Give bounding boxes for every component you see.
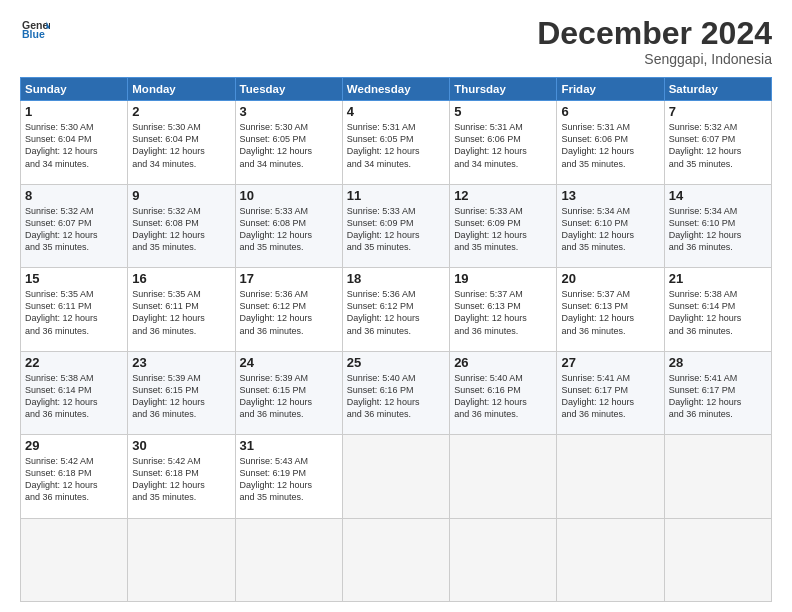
table-row [342,435,449,518]
table-row: 30Sunrise: 5:42 AM Sunset: 6:18 PM Dayli… [128,435,235,518]
cell-content: Sunrise: 5:32 AM Sunset: 6:07 PM Dayligh… [669,121,767,170]
cell-content: Sunrise: 5:39 AM Sunset: 6:15 PM Dayligh… [132,372,230,421]
table-row: 17Sunrise: 5:36 AM Sunset: 6:12 PM Dayli… [235,268,342,351]
day-number: 8 [25,188,123,203]
cell-content: Sunrise: 5:36 AM Sunset: 6:12 PM Dayligh… [240,288,338,337]
table-row: 19Sunrise: 5:37 AM Sunset: 6:13 PM Dayli… [450,268,557,351]
table-row: 2Sunrise: 5:30 AM Sunset: 6:04 PM Daylig… [128,101,235,184]
cell-content: Sunrise: 5:33 AM Sunset: 6:08 PM Dayligh… [240,205,338,254]
cell-content: Sunrise: 5:40 AM Sunset: 6:16 PM Dayligh… [454,372,552,421]
table-row: 21Sunrise: 5:38 AM Sunset: 6:14 PM Dayli… [664,268,771,351]
day-number: 6 [561,104,659,119]
col-wednesday: Wednesday [342,78,449,101]
cell-content: Sunrise: 5:39 AM Sunset: 6:15 PM Dayligh… [240,372,338,421]
table-row: 4Sunrise: 5:31 AM Sunset: 6:05 PM Daylig… [342,101,449,184]
day-number: 13 [561,188,659,203]
table-row: 22Sunrise: 5:38 AM Sunset: 6:14 PM Dayli… [21,351,128,434]
table-row: 20Sunrise: 5:37 AM Sunset: 6:13 PM Dayli… [557,268,664,351]
table-row: 8Sunrise: 5:32 AM Sunset: 6:07 PM Daylig… [21,184,128,267]
cell-content: Sunrise: 5:35 AM Sunset: 6:11 PM Dayligh… [25,288,123,337]
day-number: 9 [132,188,230,203]
col-friday: Friday [557,78,664,101]
location: Senggapi, Indonesia [537,51,772,67]
day-number: 10 [240,188,338,203]
day-number: 1 [25,104,123,119]
cell-content: Sunrise: 5:34 AM Sunset: 6:10 PM Dayligh… [669,205,767,254]
table-row [342,518,449,601]
cell-content: Sunrise: 5:31 AM Sunset: 6:05 PM Dayligh… [347,121,445,170]
calendar-week-row: 22Sunrise: 5:38 AM Sunset: 6:14 PM Dayli… [21,351,772,434]
cell-content: Sunrise: 5:40 AM Sunset: 6:16 PM Dayligh… [347,372,445,421]
calendar-week-row: 15Sunrise: 5:35 AM Sunset: 6:11 PM Dayli… [21,268,772,351]
day-number: 4 [347,104,445,119]
table-row: 13Sunrise: 5:34 AM Sunset: 6:10 PM Dayli… [557,184,664,267]
day-number: 17 [240,271,338,286]
calendar-week-row: 29Sunrise: 5:42 AM Sunset: 6:18 PM Dayli… [21,435,772,518]
cell-content: Sunrise: 5:33 AM Sunset: 6:09 PM Dayligh… [347,205,445,254]
table-row [557,518,664,601]
cell-content: Sunrise: 5:43 AM Sunset: 6:19 PM Dayligh… [240,455,338,504]
day-number: 24 [240,355,338,370]
cell-content: Sunrise: 5:41 AM Sunset: 6:17 PM Dayligh… [669,372,767,421]
table-row: 15Sunrise: 5:35 AM Sunset: 6:11 PM Dayli… [21,268,128,351]
calendar-week-row: 1Sunrise: 5:30 AM Sunset: 6:04 PM Daylig… [21,101,772,184]
table-row: 27Sunrise: 5:41 AM Sunset: 6:17 PM Dayli… [557,351,664,434]
table-row: 7Sunrise: 5:32 AM Sunset: 6:07 PM Daylig… [664,101,771,184]
day-number: 23 [132,355,230,370]
day-number: 16 [132,271,230,286]
month-title: December 2024 [537,16,772,51]
table-row: 24Sunrise: 5:39 AM Sunset: 6:15 PM Dayli… [235,351,342,434]
cell-content: Sunrise: 5:41 AM Sunset: 6:17 PM Dayligh… [561,372,659,421]
cell-content: Sunrise: 5:30 AM Sunset: 6:05 PM Dayligh… [240,121,338,170]
day-number: 27 [561,355,659,370]
title-area: December 2024 Senggapi, Indonesia [537,16,772,67]
table-row: 18Sunrise: 5:36 AM Sunset: 6:12 PM Dayli… [342,268,449,351]
page: General Blue December 2024 Senggapi, Ind… [0,0,792,612]
cell-content: Sunrise: 5:33 AM Sunset: 6:09 PM Dayligh… [454,205,552,254]
day-number: 31 [240,438,338,453]
table-row: 23Sunrise: 5:39 AM Sunset: 6:15 PM Dayli… [128,351,235,434]
day-number: 28 [669,355,767,370]
col-thursday: Thursday [450,78,557,101]
table-row: 9Sunrise: 5:32 AM Sunset: 6:08 PM Daylig… [128,184,235,267]
cell-content: Sunrise: 5:31 AM Sunset: 6:06 PM Dayligh… [454,121,552,170]
day-number: 26 [454,355,552,370]
cell-content: Sunrise: 5:37 AM Sunset: 6:13 PM Dayligh… [454,288,552,337]
day-number: 21 [669,271,767,286]
table-row: 5Sunrise: 5:31 AM Sunset: 6:06 PM Daylig… [450,101,557,184]
cell-content: Sunrise: 5:37 AM Sunset: 6:13 PM Dayligh… [561,288,659,337]
day-number: 15 [25,271,123,286]
calendar-table: Sunday Monday Tuesday Wednesday Thursday… [20,77,772,602]
table-row [128,518,235,601]
cell-content: Sunrise: 5:32 AM Sunset: 6:07 PM Dayligh… [25,205,123,254]
table-row: 29Sunrise: 5:42 AM Sunset: 6:18 PM Dayli… [21,435,128,518]
calendar-week-row [21,518,772,601]
cell-content: Sunrise: 5:30 AM Sunset: 6:04 PM Dayligh… [132,121,230,170]
day-number: 2 [132,104,230,119]
cell-content: Sunrise: 5:35 AM Sunset: 6:11 PM Dayligh… [132,288,230,337]
cell-content: Sunrise: 5:31 AM Sunset: 6:06 PM Dayligh… [561,121,659,170]
table-row: 6Sunrise: 5:31 AM Sunset: 6:06 PM Daylig… [557,101,664,184]
table-row: 1Sunrise: 5:30 AM Sunset: 6:04 PM Daylig… [21,101,128,184]
col-saturday: Saturday [664,78,771,101]
table-row: 3Sunrise: 5:30 AM Sunset: 6:05 PM Daylig… [235,101,342,184]
day-number: 20 [561,271,659,286]
day-number: 22 [25,355,123,370]
cell-content: Sunrise: 5:32 AM Sunset: 6:08 PM Dayligh… [132,205,230,254]
table-row [557,435,664,518]
col-tuesday: Tuesday [235,78,342,101]
table-row: 25Sunrise: 5:40 AM Sunset: 6:16 PM Dayli… [342,351,449,434]
header: General Blue December 2024 Senggapi, Ind… [20,16,772,67]
table-row [664,518,771,601]
table-row: 28Sunrise: 5:41 AM Sunset: 6:17 PM Dayli… [664,351,771,434]
table-row: 11Sunrise: 5:33 AM Sunset: 6:09 PM Dayli… [342,184,449,267]
table-row [664,435,771,518]
table-row: 12Sunrise: 5:33 AM Sunset: 6:09 PM Dayli… [450,184,557,267]
day-number: 18 [347,271,445,286]
cell-content: Sunrise: 5:42 AM Sunset: 6:18 PM Dayligh… [132,455,230,504]
day-number: 11 [347,188,445,203]
table-row [235,518,342,601]
day-number: 3 [240,104,338,119]
cell-content: Sunrise: 5:34 AM Sunset: 6:10 PM Dayligh… [561,205,659,254]
day-number: 19 [454,271,552,286]
